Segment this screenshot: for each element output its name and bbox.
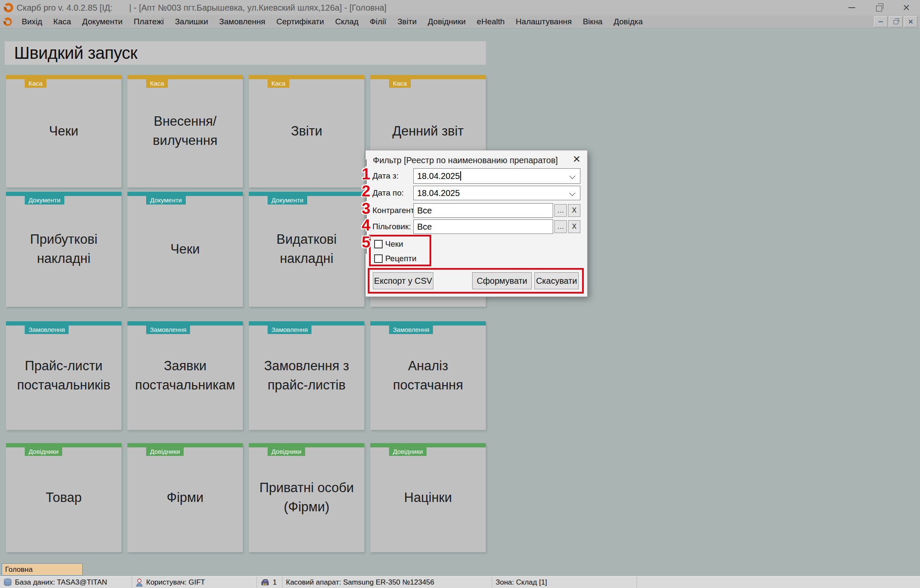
tile-zam-zaiavky[interactable]: Замовлення Заявки постачальникам — [127, 321, 243, 430]
tile-zam-prais-lysty[interactable]: Замовлення Прайс-листи постачальників — [6, 321, 121, 430]
tile-category-bar — [6, 192, 121, 196]
tile-zam-analiz[interactable]: Замовлення Аналіз постачання — [370, 321, 486, 430]
tile-kasa-zvity[interactable]: Каса Звіти — [249, 75, 364, 187]
tile-label: Чеки — [45, 122, 83, 141]
checkbox-retsepty[interactable] — [374, 254, 383, 263]
menu-zvity[interactable]: Звіти — [392, 15, 422, 28]
beneficiary-input[interactable]: Все — [413, 219, 553, 234]
menu-dovidka[interactable]: Довідка — [608, 15, 648, 28]
tile-dov-natsinky[interactable]: Довідники Націнки — [370, 443, 486, 552]
tile-category-bar — [127, 321, 243, 326]
checkbox-cheky[interactable] — [374, 240, 383, 248]
status-cash-register: Касовий апарат: Samsung ER-350 №123456 — [283, 576, 492, 588]
tile-category-bar — [370, 75, 486, 79]
beneficiary-more-button[interactable]: … — [554, 220, 567, 233]
tile-category-badge: Каса — [25, 79, 46, 88]
tile-category-bar — [6, 443, 121, 447]
tile-category-badge: Каса — [146, 79, 168, 88]
tile-label: Аналіз постачання — [370, 357, 486, 395]
annotation-number-5: 5 — [359, 233, 373, 251]
user-text: Користувач: GIFT — [146, 578, 205, 587]
tile-dok-prybutkovi[interactable]: Документи Прибуткові накладні — [6, 192, 121, 307]
menu-dokumenty[interactable]: Документи — [77, 15, 128, 28]
cancel-button[interactable]: Скасувати — [534, 272, 579, 289]
annotation-number-4: 4 — [359, 216, 373, 234]
window-title: Скарб pro v. 4.0.2.85 [ІД: | - [Апт №003… — [17, 3, 386, 13]
tile-dov-pryvatni-osoby[interactable]: Довідники Приватні особи (Фірми) — [249, 443, 364, 552]
tile-category-bar — [127, 75, 243, 79]
mdi-close-icon[interactable]: × — [904, 16, 917, 27]
menu-vikna[interactable]: Вікна — [577, 15, 608, 28]
beneficiary-row: Пільговик: Все … X — [372, 219, 580, 234]
checkbox-cheky-row[interactable]: Чеки — [374, 239, 430, 249]
menu-nalashtuvannia[interactable]: Налаштування — [510, 15, 577, 28]
menu-kasa[interactable]: Каса — [48, 15, 77, 28]
page-title: Швидкий запуск — [14, 43, 137, 63]
tile-category-badge: Замовлення — [25, 326, 69, 334]
tile-category-badge: Замовлення — [268, 326, 311, 334]
tile-category-bar — [127, 443, 243, 447]
tile-category-bar — [370, 321, 486, 326]
contractor-input[interactable]: Все — [413, 203, 553, 218]
tile-category-bar — [127, 192, 243, 196]
app-logo-icon — [4, 3, 13, 12]
export-csv-button[interactable]: Експорт у CSV — [373, 272, 433, 289]
contractor-more-button[interactable]: … — [554, 204, 567, 217]
tile-kasa-cheky[interactable]: Каса Чеки — [6, 75, 121, 187]
restore-icon[interactable] — [865, 0, 893, 15]
tab-holovna[interactable]: Головна — [2, 563, 83, 576]
mdi-child-icon[interactable] — [3, 17, 12, 26]
menu-dovidnyky[interactable]: Довідники — [422, 15, 471, 28]
tile-label: Внесення/вилучення — [127, 112, 243, 150]
beneficiary-label: Пільговик: — [372, 222, 413, 231]
checkbox-retsepty-row[interactable]: Рецепти — [374, 254, 430, 263]
annotation-box-buttons: Експорт у CSV Сформувати Скасувати — [368, 268, 584, 294]
mdi-restore-icon[interactable] — [889, 16, 903, 27]
date-to-row: Дата по: 18.04.2025 — [372, 186, 580, 200]
beneficiary-value: Все — [417, 222, 432, 232]
menu-vykhid[interactable]: Вихід — [16, 15, 48, 28]
menu-zamovlennia[interactable]: Замовлення — [213, 15, 271, 28]
contractor-clear-button[interactable]: X — [568, 204, 580, 217]
chevron-down-icon[interactable] — [569, 190, 575, 196]
tile-label: Видаткові накладні — [249, 230, 364, 268]
tile-kasa-vnesennia[interactable]: Каса Внесення/вилучення — [127, 75, 243, 187]
date-to-input[interactable]: 18.04.2025 — [413, 186, 580, 200]
tile-category-badge: Документи — [25, 196, 64, 205]
contractor-row: Контрагент: Все … X — [372, 203, 580, 218]
user-icon — [136, 578, 143, 587]
tile-dov-firmy[interactable]: Довідники Фірми — [127, 443, 243, 552]
tile-dok-vydatkovi[interactable]: Документи Видаткові накладні — [249, 192, 364, 307]
fiscal-count-text: 1 — [273, 578, 277, 587]
tile-zam-z-prais-lystiv[interactable]: Замовлення Замовлення з прайс-листів — [249, 321, 364, 430]
menu-sertyfikaty[interactable]: Сертифікати — [271, 15, 330, 28]
tile-category-bar — [370, 443, 486, 447]
tile-category-badge: Каса — [389, 79, 411, 88]
status-zone: Зона: Склад [1] — [492, 576, 637, 588]
tile-category-bar — [249, 192, 364, 196]
menu-filii[interactable]: Філії — [364, 15, 392, 28]
annotation-box-checkboxes: Чеки Рецепти — [369, 235, 431, 266]
beneficiary-clear-button[interactable]: X — [568, 220, 580, 233]
contractor-label: Контрагент: — [372, 206, 413, 215]
date-to-label: Дата по: — [372, 188, 413, 198]
menu-zalyshky[interactable]: Залишки — [169, 15, 213, 28]
database-icon — [3, 578, 12, 587]
chevron-down-icon[interactable] — [569, 173, 575, 179]
minimize-icon[interactable] — [838, 0, 865, 15]
tile-dok-cheky[interactable]: Документи Чеки — [127, 192, 243, 307]
generate-button[interactable]: Сформувати — [472, 272, 532, 289]
mdi-minimize-icon[interactable] — [874, 16, 888, 27]
tile-label: Заявки постачальникам — [127, 357, 243, 395]
menu-sklad[interactable]: Склад — [329, 15, 364, 28]
tile-category-badge: Документи — [146, 196, 186, 205]
close-icon[interactable]: × — [893, 0, 920, 15]
menu-ehealth[interactable]: eHealth — [471, 15, 510, 28]
status-empty — [637, 576, 920, 588]
tile-dov-tovar[interactable]: Довідники Товар — [6, 443, 121, 552]
date-from-value: 18.04.2025 — [417, 171, 460, 181]
menu-platezhi[interactable]: Платежі — [128, 15, 170, 28]
date-from-input[interactable]: 18.04.2025 — [413, 168, 580, 184]
filter-dialog: Фильтр [Реестр по наименованию препарато… — [365, 150, 588, 297]
dialog-close-icon[interactable]: × — [573, 152, 580, 166]
